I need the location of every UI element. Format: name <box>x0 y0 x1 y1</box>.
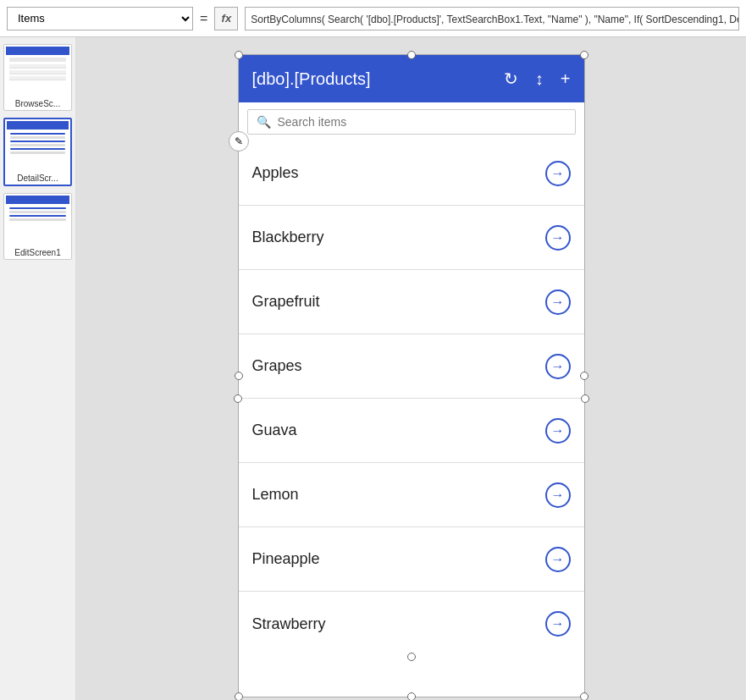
sort-icon[interactable]: ↕ <box>535 69 544 89</box>
item-name: Guava <box>252 422 297 439</box>
search-input[interactable] <box>278 115 566 129</box>
app-frame: [dbo].[Products] ↻ ↕ + 🔍 ✎ Apples → <box>238 54 585 697</box>
list-resize-left[interactable] <box>234 394 242 403</box>
item-name: Pineapple <box>252 550 320 568</box>
item-name: Lemon <box>252 486 299 504</box>
search-icon: 🔍 <box>257 115 271 129</box>
header-actions: ↻ ↕ + <box>504 69 571 89</box>
screen-thumb-detail[interactable]: DetailScr... <box>3 118 72 186</box>
list-item[interactable]: Grapefruit → <box>239 270 584 334</box>
screen-thumb-browse[interactable]: BrowseSc... <box>3 44 72 111</box>
canvas-area: [dbo].[Products] ↻ ↕ + 🔍 ✎ Apples → <box>76 37 746 700</box>
arrow-button[interactable]: → <box>545 289 571 315</box>
screen-thumb-edit[interactable]: EditScreen1 <box>3 193 72 260</box>
items-dropdown[interactable]: Items <box>7 7 193 30</box>
add-icon[interactable]: + <box>561 69 571 89</box>
list-resize-bottom[interactable] <box>407 653 416 661</box>
resize-handle-ml[interactable] <box>235 372 243 380</box>
arrow-button[interactable]: → <box>545 482 571 508</box>
item-name: Grapes <box>252 357 302 375</box>
resize-handle-mr[interactable] <box>580 372 589 380</box>
left-panel: BrowseSc... DetailScr... <box>0 37 76 700</box>
arrow-button[interactable]: → <box>545 611 571 637</box>
screen-label-detail: DetailScr... <box>7 174 69 183</box>
resize-handle-bl[interactable] <box>235 692 243 700</box>
refresh-icon[interactable]: ↻ <box>504 69 518 89</box>
arrow-button[interactable]: → <box>545 161 571 186</box>
edit-handle[interactable]: ✎ <box>229 131 249 152</box>
search-box: 🔍 <box>247 109 576 135</box>
arrow-button[interactable]: → <box>545 225 571 251</box>
app-title: [dbo].[Products] <box>252 69 371 89</box>
list-resize-right[interactable] <box>581 394 589 403</box>
resize-handle-bm[interactable] <box>407 692 416 700</box>
screen-label-edit: EditScreen1 <box>6 248 69 257</box>
item-name: Apples <box>252 164 299 182</box>
fx-label: fx <box>214 7 238 30</box>
resize-handle-br[interactable] <box>580 692 589 700</box>
arrow-button[interactable]: → <box>545 547 571 572</box>
list-item[interactable]: Grapes → <box>239 334 584 399</box>
list-item[interactable]: Lemon → <box>239 463 584 527</box>
resize-handle-tr[interactable] <box>580 51 589 59</box>
item-name: Blackberry <box>252 229 324 246</box>
resize-handle-tl[interactable] <box>235 51 243 59</box>
list-item[interactable]: Blackberry → <box>239 206 584 270</box>
toolbar: Items = fx SortByColumns( Search( '[dbo]… <box>0 0 746 37</box>
resize-handle-tm[interactable] <box>407 51 416 59</box>
equals-symbol: = <box>200 11 207 26</box>
list-container: ✎ Apples → Blackberry → Grapefruit → Gra… <box>239 141 584 656</box>
item-name: Strawberry <box>252 615 326 633</box>
item-name: Grapefruit <box>252 293 320 311</box>
list-item[interactable]: Strawberry → <box>239 592 584 656</box>
list-item[interactable]: Guava → <box>239 399 584 463</box>
arrow-button[interactable]: → <box>545 418 571 444</box>
app-header: [dbo].[Products] ↻ ↕ + <box>239 55 584 102</box>
formula-bar: SortByColumns( Search( '[dbo].[Products]… <box>245 7 739 30</box>
arrow-button[interactable]: → <box>545 354 571 379</box>
list-item[interactable]: Apples → <box>239 141 584 206</box>
screen-label-browse: BrowseSc... <box>6 99 69 108</box>
list-item[interactable]: Pineapple → <box>239 527 584 592</box>
